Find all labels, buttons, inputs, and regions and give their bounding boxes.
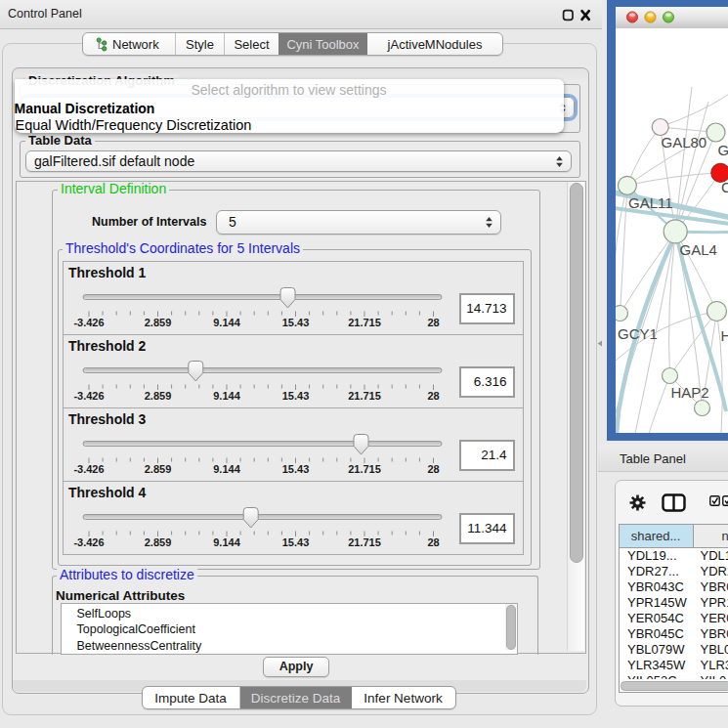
- svg-text:21.715: 21.715: [348, 316, 381, 327]
- svg-text:2.859: 2.859: [144, 389, 171, 401]
- svg-text:21.715: 21.715: [348, 389, 381, 401]
- svg-text:-3.426: -3.426: [73, 535, 104, 547]
- svg-text:28: 28: [427, 535, 439, 547]
- svg-text:2.859: 2.859: [144, 316, 171, 327]
- svg-text:2.859: 2.859: [144, 535, 171, 547]
- svg-text:9.144: 9.144: [213, 535, 240, 547]
- svg-text:GAL11: GAL11: [628, 193, 673, 210]
- svg-text:21.715: 21.715: [348, 462, 381, 474]
- svg-text:-3.426: -3.426: [73, 462, 104, 474]
- svg-text:9.144: 9.144: [213, 316, 240, 327]
- svg-text:-3.426: -3.426: [73, 316, 104, 327]
- svg-text:HAP2: HAP2: [670, 383, 708, 400]
- svg-text:2.859: 2.859: [144, 462, 171, 474]
- svg-text:GCY1: GCY1: [618, 324, 658, 341]
- svg-text:15.43: 15.43: [281, 462, 309, 474]
- svg-text:15.43: 15.43: [281, 316, 309, 327]
- svg-text:15.43: 15.43: [281, 535, 309, 547]
- svg-text:GAL: GAL: [717, 142, 728, 158]
- svg-text:GAL4: GAL4: [679, 240, 716, 257]
- svg-text:9.144: 9.144: [213, 389, 240, 401]
- svg-text:28: 28: [427, 316, 439, 327]
- svg-text:GAL80: GAL80: [661, 134, 707, 150]
- svg-text:9.144: 9.144: [213, 462, 240, 474]
- svg-text:CD: CD: [721, 179, 728, 195]
- svg-text:21.715: 21.715: [348, 535, 381, 547]
- svg-text:15.43: 15.43: [281, 389, 309, 401]
- svg-text:-3.426: -3.426: [73, 389, 104, 401]
- svg-text:28: 28: [427, 389, 439, 401]
- svg-text:28: 28: [427, 462, 439, 474]
- svg-text:H: H: [720, 326, 728, 343]
